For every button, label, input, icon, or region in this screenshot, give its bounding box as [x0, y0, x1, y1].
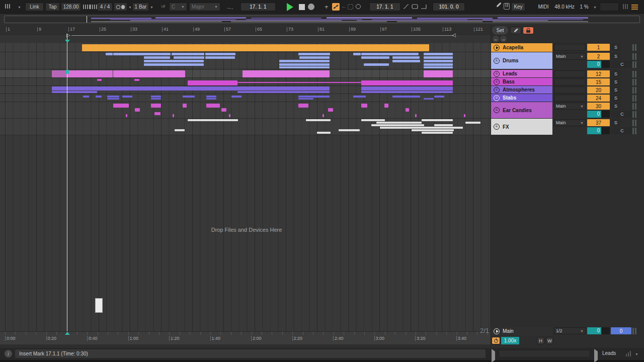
drums-clip[interactable]	[205, 53, 235, 55]
app-menu-icon[interactable]	[5, 4, 11, 9]
track-input-box[interactable]	[554, 86, 586, 94]
drums-clip[interactable]	[279, 66, 330, 68]
ear-candies-clip[interactable]	[206, 104, 220, 108]
ear-candies-clip[interactable]	[154, 112, 160, 115]
stabs-clip[interactable]	[298, 98, 313, 100]
ear-candies-clip[interactable]	[135, 108, 140, 112]
drums-clip[interactable]	[113, 53, 171, 55]
leads-clip[interactable]	[243, 70, 330, 77]
drums-clip[interactable]	[424, 56, 453, 59]
stabs-clip[interactable]	[96, 96, 102, 98]
stabs-clip[interactable]	[107, 96, 119, 98]
track-value[interactable]: 1	[587, 44, 610, 51]
session-record-button[interactable]	[356, 4, 361, 9]
track-value[interactable]: 30	[587, 103, 610, 110]
quantize-caret-icon[interactable]: ▼	[150, 6, 153, 9]
atmospheres-clip[interactable]	[52, 86, 330, 90]
ear-candies-clip[interactable]	[384, 104, 388, 108]
ear-candies-clip[interactable]	[415, 114, 417, 117]
ear-candies-clip[interactable]	[298, 104, 308, 108]
drums-clip[interactable]	[279, 63, 330, 66]
pencil-locator-button[interactable]	[510, 27, 521, 34]
drums-clip[interactable]	[144, 60, 204, 62]
main-send-value[interactable]: 0	[587, 327, 610, 334]
ear-candies-clip[interactable]	[361, 104, 367, 108]
beat-time-ruler[interactable]: 191725334149576573818997105113121 ▷ ◁	[0, 25, 491, 43]
atmospheres-clip[interactable]	[237, 91, 330, 93]
playhead-triangle-icon[interactable]	[65, 40, 70, 43]
ear-candies-clip[interactable]	[183, 104, 187, 108]
track-name[interactable]: ≡Leads	[491, 70, 552, 77]
drums-clip[interactable]	[205, 56, 235, 59]
track-solo-button[interactable]: S	[611, 53, 620, 60]
loop-brace[interactable]	[71, 35, 454, 36]
stabs-clip[interactable]	[183, 96, 195, 98]
drums-clip[interactable]	[424, 63, 453, 66]
ear-candies-clip[interactable]	[328, 108, 333, 112]
info-icon[interactable]: i	[5, 350, 12, 357]
track-name[interactable]: ≡Stabs	[491, 94, 552, 102]
stabs-clip[interactable]	[206, 98, 216, 100]
computer-midi-keyboard-button[interactable]	[504, 3, 510, 10]
key-map-button[interactable]: Key	[511, 3, 525, 11]
drums-clip[interactable]	[279, 60, 330, 62]
stabs-clip[interactable]	[206, 96, 216, 98]
fx-clip[interactable]	[361, 119, 385, 121]
time-signature-field[interactable]: 4 / 4	[97, 3, 113, 11]
drums-clip[interactable]	[392, 60, 420, 62]
drums-clip[interactable]	[174, 56, 204, 59]
key-signature-icon[interactable]: ♭♯	[161, 4, 165, 9]
arrangement-position-field[interactable]: 17. 1. 1	[240, 3, 276, 11]
track-routing-select[interactable]: Main▼	[554, 53, 586, 60]
track-routing-select[interactable]: Main▼	[554, 119, 586, 126]
stabs-clip[interactable]	[231, 96, 242, 98]
track-value[interactable]: 2	[587, 53, 610, 60]
scale-root-menu[interactable]: C▼	[169, 3, 187, 11]
track-solo-button[interactable]: S	[611, 86, 620, 94]
punch-out-button[interactable]	[421, 4, 427, 9]
track-solo-button[interactable]: S	[611, 70, 620, 77]
play-button[interactable]	[287, 3, 293, 11]
follow-button[interactable]: →‥	[225, 5, 233, 10]
leads-clip[interactable]	[67, 70, 113, 77]
fx-clip[interactable]	[380, 127, 463, 129]
drums-clip[interactable]	[106, 53, 113, 55]
next-locator-button[interactable]: →	[500, 36, 507, 42]
midi-map-button[interactable]: MIDI	[535, 3, 551, 11]
drums-clip[interactable]	[361, 53, 419, 55]
ear-candies-clip[interactable]	[464, 114, 465, 117]
drums-clip[interactable]	[424, 53, 453, 55]
stabs-clip[interactable]	[107, 98, 119, 100]
ear-candies-clip[interactable]	[173, 114, 174, 117]
track-send-value[interactable]: 0	[587, 111, 610, 118]
main-track-name[interactable]: Main	[491, 327, 552, 335]
drums-clip[interactable]	[353, 53, 361, 55]
drums-clip[interactable]	[172, 53, 204, 55]
loop-switch-button[interactable]	[412, 4, 418, 9]
bass-clip[interactable]	[134, 79, 139, 81]
track-value[interactable]: 20	[587, 86, 610, 94]
track-value[interactable]: 12	[587, 70, 610, 77]
atmospheres-clip[interactable]	[361, 91, 453, 93]
acapella-clip[interactable]	[82, 44, 429, 51]
scale-name-menu[interactable]: Major▼	[189, 3, 220, 11]
stabs-clip[interactable]	[434, 96, 444, 98]
track-name[interactable]: Acapella	[491, 43, 552, 52]
prev-locator-button[interactable]: ←	[493, 36, 499, 42]
track-crossfade-button[interactable]: C	[611, 127, 633, 134]
track-solo-button[interactable]: S	[611, 103, 620, 110]
track-solo-button[interactable]: S	[611, 119, 620, 126]
track-value[interactable]: 15	[587, 78, 610, 85]
hamburger-menu-icon[interactable]	[631, 4, 638, 11]
track-send-value[interactable]: 0	[587, 61, 610, 68]
draw-pencil-button[interactable]	[496, 4, 502, 6]
loop-length-field[interactable]: 101. 0. 0	[433, 3, 465, 11]
bass-clip[interactable]	[237, 82, 361, 83]
fx-clip[interactable]	[376, 122, 422, 124]
bass-clip[interactable]	[361, 80, 453, 85]
drums-clip[interactable]	[392, 56, 420, 59]
drums-clip[interactable]	[144, 63, 204, 66]
fx-clip[interactable]	[175, 129, 185, 131]
tap-tempo-button[interactable]: Tap	[45, 3, 60, 11]
bass-clip[interactable]	[97, 79, 102, 81]
